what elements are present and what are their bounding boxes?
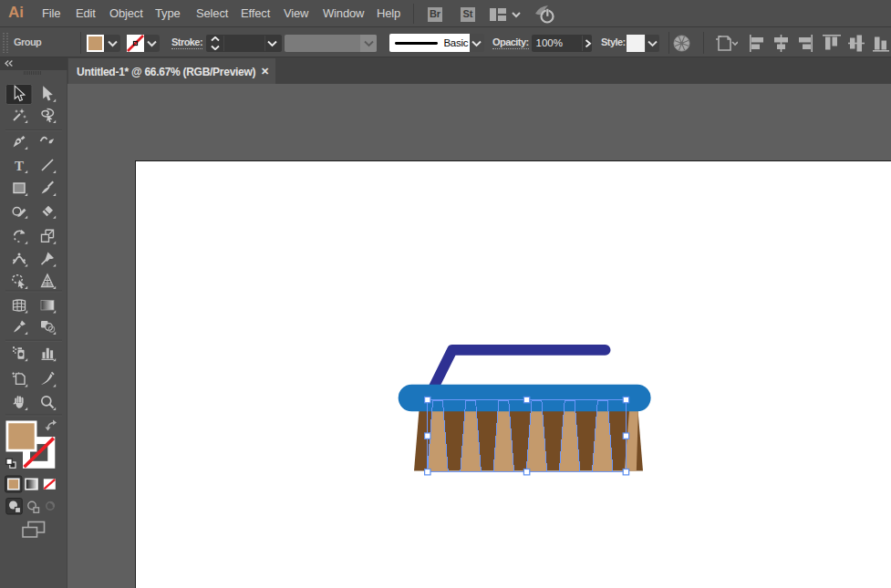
svg-text:T: T: [15, 159, 24, 173]
